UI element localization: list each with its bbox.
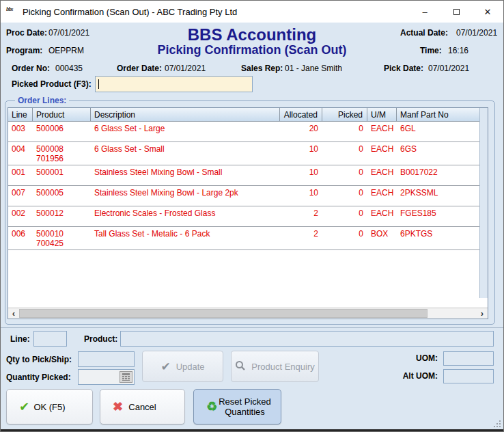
recycle-icon: ♻ <box>206 399 217 414</box>
row-picked: 0 <box>322 122 367 141</box>
quantity-picked-label: Quantity Picked: <box>6 373 71 382</box>
uom-field[interactable] <box>443 351 494 366</box>
qty-to-pick-label: Qty to Pick/Ship: <box>6 355 72 364</box>
row-allocated: 20 <box>280 122 322 141</box>
picked-product-input[interactable] <box>95 76 253 92</box>
alt-uom-label: Alt UOM: <box>383 371 438 381</box>
row-um: EACH <box>367 186 397 206</box>
cancel-button-label: Cancel <box>128 402 156 412</box>
ok-check-icon: ✔ <box>19 399 29 414</box>
order-no-value: 000435 <box>55 64 83 73</box>
sales-rep-value: 01 - Jane Smith <box>285 64 342 73</box>
maximize-button[interactable] <box>440 1 472 23</box>
table-row[interactable]: 007500005Stainless Steel Mixing Bowl - L… <box>8 186 479 206</box>
row-picked: 0 <box>322 206 367 226</box>
row-product: 500010700425 <box>33 227 91 249</box>
picked-product-label: Picked Product (F3): <box>12 79 92 89</box>
app-window: bbs Picking Confirmation (Scan Out) - AB… <box>0 0 504 432</box>
table-row[interactable]: 0035000066 Glass Set - Large200EACH6GL <box>8 122 479 142</box>
row-description: Tall Glass Set - Metalic - 6 Pack <box>91 227 280 249</box>
table-row[interactable]: 001500001Stainless Steel Mixing Bowl - S… <box>8 165 479 186</box>
section-divider <box>1 327 504 328</box>
row-manf-part-no: 6PKTGS <box>397 227 479 249</box>
time-label: Time: <box>420 46 442 55</box>
resize-grip[interactable] <box>494 420 501 427</box>
row-manf-part-no: 2PKSSML <box>397 186 479 206</box>
cancel-x-icon: ✖ <box>113 399 123 414</box>
product-label: Product: <box>84 334 117 344</box>
row-um: EACH <box>367 122 397 141</box>
scrollbar-thumb[interactable] <box>19 309 428 318</box>
order-date-label: Order Date: <box>117 64 162 73</box>
horizontal-scrollbar[interactable]: ‹ › <box>8 308 488 319</box>
table-row[interactable]: 0045000087019566 Glass Set - Small100EAC… <box>8 142 479 165</box>
row-description: Stainless Steel Mixing Bowl - Large 2pk <box>91 186 280 206</box>
actual-date-value: 07/01/2021 <box>456 28 497 38</box>
row-um: EACH <box>367 142 397 165</box>
magnifier-icon <box>235 360 246 373</box>
row-line: 006 <box>8 227 33 249</box>
col-allocated[interactable]: Allocated <box>280 108 322 121</box>
row-picked: 0 <box>322 186 367 206</box>
update-button-label: Update <box>176 362 205 372</box>
row-manf-part-no: FGES185 <box>397 206 479 226</box>
ok-button[interactable]: ✔ OK (F5) <box>6 389 93 424</box>
order-lines-table: Line Product Description Allocated Picke… <box>8 107 488 319</box>
text-caret <box>98 79 99 89</box>
col-um[interactable]: U/M <box>367 108 397 121</box>
row-line: 001 <box>8 165 33 185</box>
scroll-left-icon[interactable]: ‹ <box>8 308 19 319</box>
order-lines-rows: 0035000066 Glass Set - Large200EACH6GL00… <box>8 122 479 298</box>
minimize-button[interactable]: – <box>409 1 440 23</box>
row-picked: 0 <box>322 165 367 185</box>
row-product: 500005 <box>33 186 91 206</box>
order-no-label: Order No: <box>12 64 50 73</box>
time-value: 16:16 <box>448 46 468 55</box>
product-enquiry-button[interactable]: Product Enquiry <box>231 351 319 382</box>
table-row[interactable]: 002500012Electronic Scales - Frosted Gla… <box>8 206 479 227</box>
uom-label: UOM: <box>383 353 438 363</box>
row-um: BOX <box>367 227 397 249</box>
row-description: 6 Glass Set - Small <box>91 142 280 165</box>
row-um: EACH <box>367 206 397 226</box>
row-allocated: 2 <box>280 206 322 226</box>
line-field[interactable] <box>33 331 67 347</box>
ok-button-label: OK (F5) <box>33 402 65 412</box>
row-manf-part-no: B0017022 <box>397 165 479 185</box>
window-title: Picking Confirmation (Scan Out) - ABC Tr… <box>23 7 237 17</box>
title-bar: bbs Picking Confirmation (Scan Out) - AB… <box>1 1 503 23</box>
reset-picked-quantities-button[interactable]: ♻ Reset PickedQuantities <box>193 389 281 424</box>
row-picked: 0 <box>322 227 367 249</box>
desktop-edge <box>1 429 504 431</box>
row-product: 500001 <box>33 165 91 185</box>
scroll-right-icon[interactable]: › <box>477 308 488 319</box>
row-allocated: 10 <box>280 142 322 165</box>
row-line: 007 <box>8 186 33 206</box>
col-picked[interactable]: Picked <box>322 108 367 121</box>
cancel-button[interactable]: ✖ Cancel <box>100 389 185 424</box>
quantity-picked-field[interactable] <box>78 369 135 385</box>
row-manf-part-no: 6GL <box>397 122 479 141</box>
close-button[interactable]: ✕ <box>472 1 503 23</box>
row-line: 003 <box>8 122 33 141</box>
order-date-value: 07/01/2021 <box>165 64 206 73</box>
calculator-icon[interactable] <box>120 371 132 383</box>
col-line[interactable]: Line <box>8 108 33 121</box>
qty-to-pick-field[interactable] <box>78 351 135 367</box>
row-line: 004 <box>8 142 33 165</box>
col-product[interactable]: Product <box>33 108 91 121</box>
col-description[interactable]: Description <box>91 108 280 121</box>
vertical-scrollbar-track[interactable] <box>479 108 488 298</box>
col-manf-part-no[interactable]: Manf Part No <box>397 108 479 121</box>
table-row[interactable]: 006500010700425Tall Glass Set - Metalic … <box>8 227 479 250</box>
order-lines-groupbox: Order Lines: Line Product Description Al… <box>5 100 495 325</box>
maximize-icon <box>453 9 460 15</box>
pick-date-label: Pick Date: <box>384 64 423 73</box>
update-button[interactable]: ✔ Update <box>142 351 223 382</box>
order-lines-group-label: Order Lines: <box>15 96 69 105</box>
row-description: 6 Glass Set - Large <box>91 122 280 141</box>
row-product: 500008701956 <box>33 142 91 165</box>
product-field[interactable] <box>120 331 494 347</box>
row-picked: 0 <box>322 142 367 165</box>
alt-uom-field[interactable] <box>443 369 494 383</box>
